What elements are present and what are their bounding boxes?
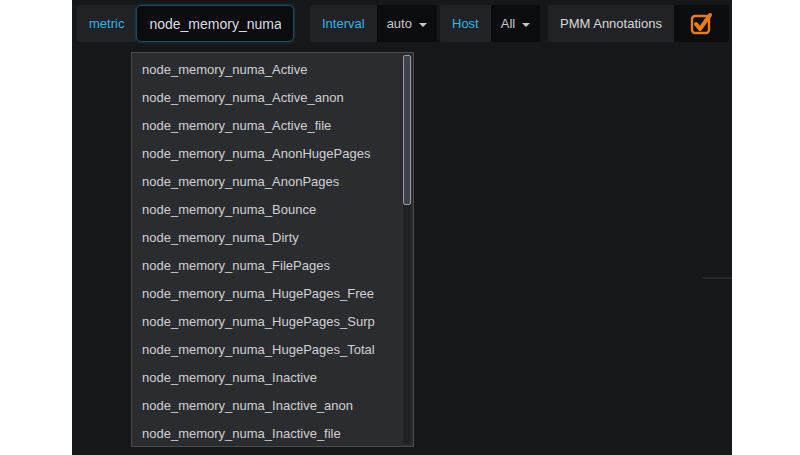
dropdown-item[interactable]: node_memory_numa_Active_file [132, 112, 401, 140]
metric-dropdown-list: node_memory_numa_Activenode_memory_numa_… [132, 56, 401, 448]
host-variable-group: Host All [440, 5, 540, 42]
panel-edge-divider [702, 277, 732, 279]
dropdown-item[interactable]: node_memory_numa_HugePages_Total [132, 336, 401, 364]
pmm-annotations-label: PMM Annotations [548, 5, 674, 42]
metric-label: metric [77, 5, 136, 42]
metric-input[interactable] [136, 5, 294, 42]
metric-dropdown: node_memory_numa_Activenode_memory_numa_… [131, 52, 414, 447]
dropdown-item[interactable]: node_memory_numa_Inactive_file [132, 420, 401, 448]
metric-variable-group: metric [77, 5, 294, 42]
dropdown-item[interactable]: node_memory_numa_AnonHugePages [132, 140, 401, 168]
dropdown-item[interactable]: node_memory_numa_AnonPages [132, 168, 401, 196]
dashboard-panel: metric Interval auto Host All PMM Annota… [72, 0, 732, 455]
dropdown-item[interactable]: node_memory_numa_Active [132, 56, 401, 84]
interval-select[interactable]: auto [377, 5, 437, 42]
checkbox-checked-icon [691, 14, 711, 34]
dropdown-item[interactable]: node_memory_numa_Inactive_anon [132, 392, 401, 420]
caret-down-icon [522, 23, 530, 27]
dropdown-item[interactable]: node_memory_numa_HugePages_Free [132, 280, 401, 308]
host-value: All [501, 16, 515, 31]
dropdown-item[interactable]: node_memory_numa_Dirty [132, 224, 401, 252]
caret-down-icon [419, 23, 427, 27]
dropdown-scrollbar-thumb[interactable] [403, 55, 411, 205]
interval-value: auto [387, 16, 412, 31]
interval-variable-group: Interval auto [310, 5, 437, 42]
host-label: Host [440, 5, 491, 42]
dropdown-scrollbar-track[interactable] [403, 55, 411, 444]
host-select[interactable]: All [491, 5, 540, 42]
dropdown-item[interactable]: node_memory_numa_Bounce [132, 196, 401, 224]
dropdown-item[interactable]: node_memory_numa_HugePages_Surp [132, 308, 401, 336]
pmm-annotations-group: PMM Annotations [548, 5, 729, 42]
interval-label: Interval [310, 5, 377, 42]
pmm-annotations-checkbox[interactable] [674, 5, 729, 42]
dropdown-item[interactable]: node_memory_numa_FilePages [132, 252, 401, 280]
dropdown-item[interactable]: node_memory_numa_Active_anon [132, 84, 401, 112]
dropdown-item[interactable]: node_memory_numa_Inactive [132, 364, 401, 392]
page: metric Interval auto Host All PMM Annota… [0, 0, 800, 455]
